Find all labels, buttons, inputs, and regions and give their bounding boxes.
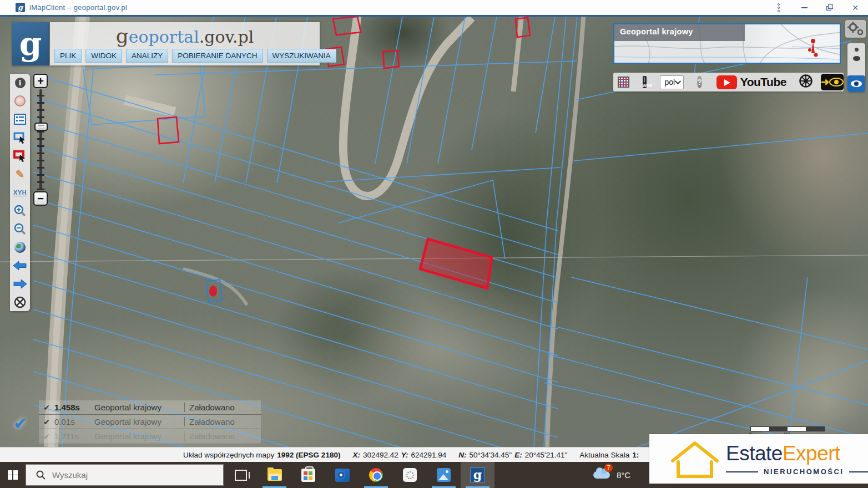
arrow-left-icon xyxy=(13,261,27,271)
check-icon: ✔ xyxy=(39,403,54,412)
zoom-minus-button[interactable]: − xyxy=(33,191,48,206)
kebab-menu-icon xyxy=(778,3,780,12)
wms-label: WMS xyxy=(643,84,647,88)
contrast-mode-button[interactable]: ➜ xyxy=(821,74,844,90)
app-logo-icon: g xyxy=(16,3,25,12)
y-label: Y: xyxy=(401,451,408,459)
select-area-blue-button[interactable] xyxy=(13,131,27,144)
geoportal-logo[interactable]: g xyxy=(12,22,49,65)
next-view-button[interactable] xyxy=(13,278,27,290)
pencil-icon: ✎ xyxy=(16,168,24,181)
dot-button[interactable] xyxy=(855,48,859,52)
menu-plik[interactable]: PLIK xyxy=(54,49,82,63)
eye-icon xyxy=(851,80,862,87)
menu-bar: PLIK WIDOK ANALIZY POBIERANIE DANYCH WYS… xyxy=(54,49,336,63)
zoom-plus-button[interactable]: + xyxy=(33,74,48,88)
geoportal-wordmark: geoportal.gov.pl xyxy=(50,24,320,47)
legend-tool-button[interactable] xyxy=(13,113,27,125)
e-value: 20°45'21.41" xyxy=(525,451,568,459)
notification-badge: 7 xyxy=(604,464,613,472)
geoportal-app-button[interactable]: g xyxy=(461,462,494,488)
task-view-button[interactable] xyxy=(224,462,258,488)
settings-panel-button[interactable] xyxy=(845,20,866,38)
camera-app-button[interactable] xyxy=(393,462,427,488)
previous-view-button[interactable] xyxy=(13,260,27,272)
grid-icon xyxy=(618,77,629,88)
x-value: 302492.42 xyxy=(363,451,398,459)
crosshair-icon xyxy=(14,296,26,308)
loading-row: ✔ 1.458s Geoportal krajowy Załadowano xyxy=(39,400,261,415)
xyh-icon: XYH xyxy=(13,189,27,196)
wms-button[interactable]: WMS xyxy=(643,76,647,88)
close-icon: ✕ xyxy=(852,3,859,12)
selected-parcel-highlight[interactable] xyxy=(420,239,492,288)
chrome-icon xyxy=(369,468,383,482)
n-value: 50°34'34.45" xyxy=(470,451,512,459)
info-tool-button[interactable]: i xyxy=(13,77,27,89)
wheel-icon xyxy=(799,74,813,88)
zoom-slider: + − xyxy=(33,74,48,206)
draw-tool-button[interactable]: ✎ xyxy=(13,168,27,180)
chrome-button[interactable] xyxy=(359,462,393,488)
wheel-button[interactable] xyxy=(799,74,813,90)
map-toolbar: WMS pol ? YouTube ➜ xyxy=(613,73,844,92)
select-rectangle-red-icon xyxy=(13,150,27,162)
youtube-play-icon xyxy=(716,75,737,89)
contrast-eye-icon xyxy=(829,78,844,87)
temperature-label: 8°C xyxy=(617,470,630,480)
visibility-toggle-button[interactable] xyxy=(847,75,865,92)
loading-status-panel: ✔ ✔ 1.458s Geoportal krajowy Załadowano … xyxy=(12,400,261,444)
restore-button[interactable] xyxy=(817,0,842,15)
youtube-button[interactable]: YouTube xyxy=(716,75,786,89)
weather-widget[interactable]: 7 8°C xyxy=(593,470,630,480)
minimize-icon xyxy=(801,7,808,8)
menu-pobieranie-danych[interactable]: POBIERANIE DANYCH xyxy=(172,49,263,63)
microsoft-store-button[interactable] xyxy=(291,462,325,488)
menu-analizy[interactable]: ANALIZY xyxy=(126,49,168,63)
zoom-track[interactable] xyxy=(39,89,42,190)
geoportal-app-icon: g xyxy=(470,467,485,482)
map-marker-icon xyxy=(209,286,217,297)
zoom-handle[interactable] xyxy=(34,123,48,131)
overview-map-panel[interactable]: Geoportal krajowy xyxy=(613,23,841,64)
help-button[interactable]: ? xyxy=(697,76,702,88)
house-icon xyxy=(669,440,720,480)
zoom-out-tool-button[interactable] xyxy=(13,223,27,235)
outlook-button[interactable] xyxy=(325,462,359,488)
gears-icon xyxy=(845,20,866,38)
y-value: 624291.94 xyxy=(411,451,447,459)
loading-row: ✔ 0.01s Geoportal krajowy Załadowano xyxy=(39,415,261,429)
file-explorer-button[interactable] xyxy=(258,462,291,488)
close-button[interactable]: ✕ xyxy=(842,0,868,15)
taskbar-search[interactable] xyxy=(26,464,224,486)
center-view-button[interactable] xyxy=(13,296,27,308)
full-extent-button[interactable] xyxy=(13,241,27,253)
legend-grid-button[interactable] xyxy=(613,77,629,88)
minimize-button[interactable] xyxy=(791,0,817,15)
start-button[interactable] xyxy=(0,462,26,488)
compass-tool-button[interactable] xyxy=(13,95,27,107)
check-icon: ✔ xyxy=(39,432,54,441)
youtube-label: YouTube xyxy=(740,75,786,89)
app-window: g iMapClient – geoportal.gov.pl ✕ xyxy=(0,0,868,488)
x-label: X: xyxy=(352,451,360,459)
watermark-subtitle: NIERUCHOMOŚCI xyxy=(726,467,868,476)
menu-widok[interactable]: WIDOK xyxy=(85,49,122,63)
info-icon: i xyxy=(15,78,26,88)
road-right-diagonal xyxy=(547,17,584,447)
menu-wyszukiwania[interactable]: WYSZUKIWANIA xyxy=(267,49,336,63)
arrow-right-icon xyxy=(13,279,27,289)
zoom-in-tool-button[interactable] xyxy=(13,205,27,217)
window-menu-button[interactable] xyxy=(766,0,791,15)
zoom-in-icon xyxy=(14,205,26,217)
n-label: N: xyxy=(458,451,466,459)
language-select[interactable]: pol xyxy=(660,75,684,89)
eye-small-icon[interactable] xyxy=(853,56,860,61)
coordinates-tool-button[interactable]: XYH xyxy=(13,186,27,199)
select-area-red-button[interactable] xyxy=(13,150,27,162)
store-icon xyxy=(301,469,315,482)
wms-screen-icon xyxy=(644,77,645,82)
estateexpert-watermark: EstateExpert NIERUCHOMOŚCI xyxy=(649,434,868,484)
photos-button[interactable] xyxy=(427,462,461,488)
search-input[interactable] xyxy=(52,470,196,480)
